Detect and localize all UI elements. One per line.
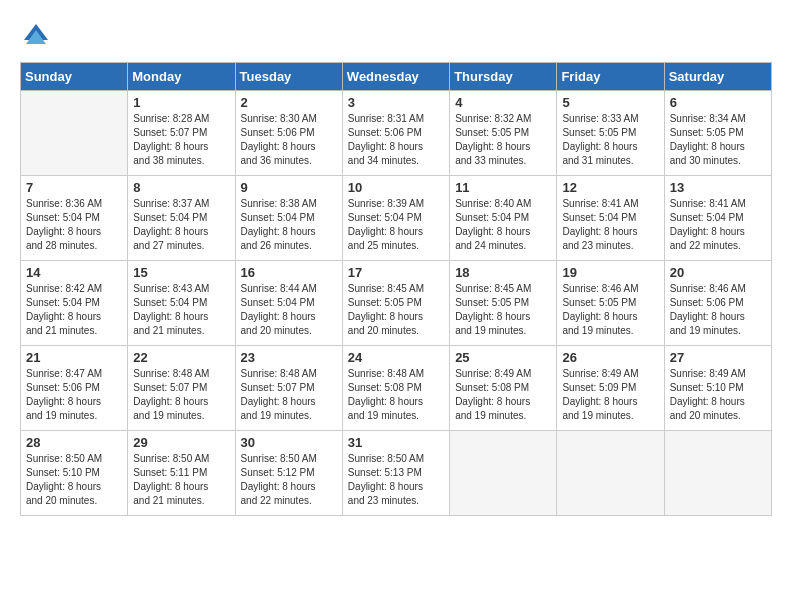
day-number: 18 [455,265,551,280]
day-cell: 19Sunrise: 8:46 AM Sunset: 5:05 PM Dayli… [557,261,664,346]
day-number: 23 [241,350,337,365]
week-row-4: 21Sunrise: 8:47 AM Sunset: 5:06 PM Dayli… [21,346,772,431]
calendar-table: SundayMondayTuesdayWednesdayThursdayFrid… [20,62,772,516]
day-info: Sunrise: 8:50 AM Sunset: 5:12 PM Dayligh… [241,452,337,508]
day-info: Sunrise: 8:50 AM Sunset: 5:10 PM Dayligh… [26,452,122,508]
day-info: Sunrise: 8:49 AM Sunset: 5:09 PM Dayligh… [562,367,658,423]
day-cell: 1Sunrise: 8:28 AM Sunset: 5:07 PM Daylig… [128,91,235,176]
day-info: Sunrise: 8:45 AM Sunset: 5:05 PM Dayligh… [455,282,551,338]
day-number: 16 [241,265,337,280]
day-number: 25 [455,350,551,365]
day-cell: 6Sunrise: 8:34 AM Sunset: 5:05 PM Daylig… [664,91,771,176]
day-info: Sunrise: 8:48 AM Sunset: 5:08 PM Dayligh… [348,367,444,423]
day-number: 21 [26,350,122,365]
day-number: 19 [562,265,658,280]
day-info: Sunrise: 8:45 AM Sunset: 5:05 PM Dayligh… [348,282,444,338]
day-cell: 9Sunrise: 8:38 AM Sunset: 5:04 PM Daylig… [235,176,342,261]
day-cell: 3Sunrise: 8:31 AM Sunset: 5:06 PM Daylig… [342,91,449,176]
day-cell [557,431,664,516]
day-number: 9 [241,180,337,195]
day-number: 11 [455,180,551,195]
day-info: Sunrise: 8:43 AM Sunset: 5:04 PM Dayligh… [133,282,229,338]
day-info: Sunrise: 8:47 AM Sunset: 5:06 PM Dayligh… [26,367,122,423]
day-number: 6 [670,95,766,110]
day-number: 29 [133,435,229,450]
day-cell [450,431,557,516]
week-row-1: 1Sunrise: 8:28 AM Sunset: 5:07 PM Daylig… [21,91,772,176]
day-cell: 30Sunrise: 8:50 AM Sunset: 5:12 PM Dayli… [235,431,342,516]
day-cell: 18Sunrise: 8:45 AM Sunset: 5:05 PM Dayli… [450,261,557,346]
day-cell: 24Sunrise: 8:48 AM Sunset: 5:08 PM Dayli… [342,346,449,431]
day-cell: 11Sunrise: 8:40 AM Sunset: 5:04 PM Dayli… [450,176,557,261]
day-number: 24 [348,350,444,365]
day-number: 3 [348,95,444,110]
day-number: 8 [133,180,229,195]
header-thursday: Thursday [450,63,557,91]
day-cell: 29Sunrise: 8:50 AM Sunset: 5:11 PM Dayli… [128,431,235,516]
day-number: 10 [348,180,444,195]
day-cell: 2Sunrise: 8:30 AM Sunset: 5:06 PM Daylig… [235,91,342,176]
day-number: 14 [26,265,122,280]
day-cell [21,91,128,176]
header-tuesday: Tuesday [235,63,342,91]
day-info: Sunrise: 8:37 AM Sunset: 5:04 PM Dayligh… [133,197,229,253]
day-info: Sunrise: 8:28 AM Sunset: 5:07 PM Dayligh… [133,112,229,168]
day-info: Sunrise: 8:48 AM Sunset: 5:07 PM Dayligh… [133,367,229,423]
day-info: Sunrise: 8:34 AM Sunset: 5:05 PM Dayligh… [670,112,766,168]
header-wednesday: Wednesday [342,63,449,91]
day-number: 15 [133,265,229,280]
day-cell: 22Sunrise: 8:48 AM Sunset: 5:07 PM Dayli… [128,346,235,431]
week-row-2: 7Sunrise: 8:36 AM Sunset: 5:04 PM Daylig… [21,176,772,261]
day-number: 5 [562,95,658,110]
day-number: 27 [670,350,766,365]
day-info: Sunrise: 8:46 AM Sunset: 5:05 PM Dayligh… [562,282,658,338]
day-cell: 27Sunrise: 8:49 AM Sunset: 5:10 PM Dayli… [664,346,771,431]
day-number: 13 [670,180,766,195]
day-info: Sunrise: 8:50 AM Sunset: 5:13 PM Dayligh… [348,452,444,508]
day-info: Sunrise: 8:42 AM Sunset: 5:04 PM Dayligh… [26,282,122,338]
day-cell: 25Sunrise: 8:49 AM Sunset: 5:08 PM Dayli… [450,346,557,431]
day-number: 7 [26,180,122,195]
day-info: Sunrise: 8:33 AM Sunset: 5:05 PM Dayligh… [562,112,658,168]
day-number: 17 [348,265,444,280]
day-cell: 26Sunrise: 8:49 AM Sunset: 5:09 PM Dayli… [557,346,664,431]
logo [20,20,56,52]
header-monday: Monday [128,63,235,91]
day-info: Sunrise: 8:41 AM Sunset: 5:04 PM Dayligh… [562,197,658,253]
calendar-header-row: SundayMondayTuesdayWednesdayThursdayFrid… [21,63,772,91]
day-number: 31 [348,435,444,450]
day-cell: 21Sunrise: 8:47 AM Sunset: 5:06 PM Dayli… [21,346,128,431]
day-info: Sunrise: 8:49 AM Sunset: 5:08 PM Dayligh… [455,367,551,423]
day-info: Sunrise: 8:41 AM Sunset: 5:04 PM Dayligh… [670,197,766,253]
day-info: Sunrise: 8:31 AM Sunset: 5:06 PM Dayligh… [348,112,444,168]
day-cell: 20Sunrise: 8:46 AM Sunset: 5:06 PM Dayli… [664,261,771,346]
day-info: Sunrise: 8:38 AM Sunset: 5:04 PM Dayligh… [241,197,337,253]
day-cell: 12Sunrise: 8:41 AM Sunset: 5:04 PM Dayli… [557,176,664,261]
day-cell: 17Sunrise: 8:45 AM Sunset: 5:05 PM Dayli… [342,261,449,346]
week-row-3: 14Sunrise: 8:42 AM Sunset: 5:04 PM Dayli… [21,261,772,346]
day-cell: 13Sunrise: 8:41 AM Sunset: 5:04 PM Dayli… [664,176,771,261]
day-info: Sunrise: 8:46 AM Sunset: 5:06 PM Dayligh… [670,282,766,338]
day-number: 1 [133,95,229,110]
day-cell: 5Sunrise: 8:33 AM Sunset: 5:05 PM Daylig… [557,91,664,176]
day-cell: 10Sunrise: 8:39 AM Sunset: 5:04 PM Dayli… [342,176,449,261]
day-number: 26 [562,350,658,365]
day-number: 2 [241,95,337,110]
day-cell: 28Sunrise: 8:50 AM Sunset: 5:10 PM Dayli… [21,431,128,516]
day-info: Sunrise: 8:39 AM Sunset: 5:04 PM Dayligh… [348,197,444,253]
day-cell: 14Sunrise: 8:42 AM Sunset: 5:04 PM Dayli… [21,261,128,346]
day-number: 28 [26,435,122,450]
day-cell: 8Sunrise: 8:37 AM Sunset: 5:04 PM Daylig… [128,176,235,261]
day-cell: 4Sunrise: 8:32 AM Sunset: 5:05 PM Daylig… [450,91,557,176]
day-info: Sunrise: 8:48 AM Sunset: 5:07 PM Dayligh… [241,367,337,423]
day-info: Sunrise: 8:44 AM Sunset: 5:04 PM Dayligh… [241,282,337,338]
day-cell: 15Sunrise: 8:43 AM Sunset: 5:04 PM Dayli… [128,261,235,346]
logo-icon [20,20,52,52]
day-number: 22 [133,350,229,365]
day-number: 4 [455,95,551,110]
header-friday: Friday [557,63,664,91]
day-info: Sunrise: 8:36 AM Sunset: 5:04 PM Dayligh… [26,197,122,253]
day-info: Sunrise: 8:30 AM Sunset: 5:06 PM Dayligh… [241,112,337,168]
day-number: 30 [241,435,337,450]
day-info: Sunrise: 8:32 AM Sunset: 5:05 PM Dayligh… [455,112,551,168]
